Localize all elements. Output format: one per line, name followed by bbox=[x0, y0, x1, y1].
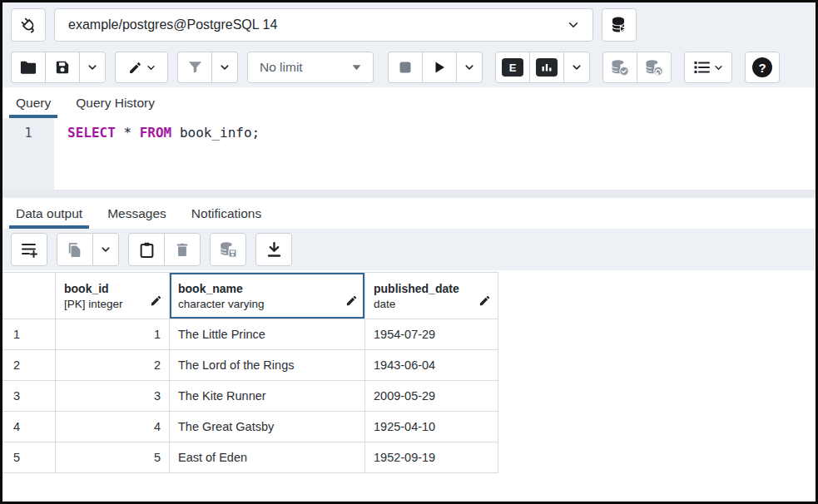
play-icon bbox=[433, 61, 446, 74]
cell-book_name[interactable]: East of Eden bbox=[170, 442, 365, 473]
sql-token: SELECT bbox=[67, 125, 116, 141]
database-connect-icon bbox=[610, 16, 628, 34]
cell-book_id[interactable]: 5 bbox=[56, 442, 170, 473]
chevron-down-icon bbox=[572, 62, 582, 72]
macros-button[interactable] bbox=[684, 52, 732, 83]
output-tabs: Data output Messages Notifications bbox=[2, 198, 816, 229]
help-button[interactable]: ? bbox=[745, 52, 780, 83]
cell-book_id[interactable]: 2 bbox=[56, 350, 170, 381]
row-number[interactable]: 3 bbox=[2, 381, 56, 412]
table-row: 55East of Eden1952-09-19 bbox=[2, 442, 498, 473]
cell-published_date[interactable]: 2009-05-29 bbox=[365, 381, 498, 412]
row-limit-selector[interactable]: No limit bbox=[247, 52, 374, 83]
row-number[interactable]: 1 bbox=[2, 319, 56, 350]
column-type: [PK] integer bbox=[64, 297, 123, 312]
paste-icon bbox=[140, 242, 154, 258]
cell-book_name[interactable]: The Kite Runner bbox=[170, 381, 365, 412]
chevron-down-icon bbox=[714, 63, 723, 72]
table-row: 11The Little Prince1954-07-29 bbox=[2, 319, 498, 350]
save-file-button[interactable] bbox=[45, 52, 80, 83]
line-number: 1 bbox=[24, 126, 32, 141]
row-number[interactable]: 4 bbox=[2, 412, 56, 442]
cell-published_date[interactable]: 1952-09-19 bbox=[365, 442, 498, 473]
column-header-book_name[interactable]: book_namecharacter varying bbox=[170, 273, 365, 319]
connection-label: example/postgres@PostgreSQL 14 bbox=[68, 17, 277, 32]
copy-options-button[interactable] bbox=[92, 233, 119, 266]
row-number[interactable]: 2 bbox=[2, 350, 56, 381]
sql-token bbox=[116, 125, 124, 141]
connection-status-button[interactable] bbox=[11, 8, 46, 42]
new-connection-button[interactable] bbox=[602, 8, 637, 42]
save-options-button[interactable] bbox=[79, 52, 106, 83]
copy-button[interactable] bbox=[57, 233, 93, 266]
column-name: published_date bbox=[374, 281, 459, 297]
cell-book_name[interactable]: The Great Gatsby bbox=[170, 412, 365, 442]
commit-button[interactable] bbox=[602, 52, 637, 83]
line-number-gutter: 1 bbox=[2, 118, 54, 190]
cell-published_date[interactable]: 1943-06-04 bbox=[365, 350, 498, 381]
explain-icon: E bbox=[502, 58, 523, 77]
editor-tabs: Query Query History bbox=[2, 87, 816, 118]
add-row-icon bbox=[21, 242, 38, 258]
filter-button[interactable] bbox=[177, 52, 212, 83]
query-toolbar: No limit E bbox=[2, 47, 816, 87]
connection-bar: example/postgres@PostgreSQL 14 bbox=[2, 2, 816, 47]
select-all-header[interactable] bbox=[2, 273, 56, 319]
tab-data-output[interactable]: Data output bbox=[9, 198, 89, 229]
copy-icon bbox=[67, 242, 82, 258]
table-row: 22The Lord of the Rings1943-06-04 bbox=[2, 350, 498, 381]
explain-analyze-button[interactable] bbox=[529, 52, 564, 83]
chevron-down-icon bbox=[464, 62, 474, 72]
rollback-button[interactable] bbox=[637, 52, 672, 83]
tab-notifications[interactable]: Notifications bbox=[185, 198, 268, 229]
tab-query-history[interactable]: Query History bbox=[69, 87, 161, 118]
sql-editor[interactable]: 1 SELECT * FROM book_info; bbox=[2, 118, 816, 190]
execute-options-button[interactable] bbox=[456, 52, 483, 83]
cell-published_date[interactable]: 1925-04-10 bbox=[365, 412, 498, 442]
column-header-published_date[interactable]: published_datedate bbox=[365, 273, 498, 319]
cell-book_id[interactable]: 1 bbox=[56, 319, 170, 350]
add-row-button[interactable] bbox=[11, 233, 47, 266]
plug-icon bbox=[18, 15, 38, 35]
cell-book_id[interactable]: 4 bbox=[56, 412, 170, 442]
explain-button[interactable]: E bbox=[495, 52, 530, 83]
column-header-book_id[interactable]: book_id[PK] integer bbox=[56, 273, 170, 319]
folder-icon bbox=[20, 60, 37, 75]
panel-splitter[interactable] bbox=[2, 190, 816, 198]
connection-selector[interactable]: example/postgres@PostgreSQL 14 bbox=[54, 8, 593, 42]
sql-line[interactable]: SELECT * FROM book_info; bbox=[54, 118, 260, 190]
explain-options-button[interactable] bbox=[563, 52, 590, 83]
row-number[interactable]: 5 bbox=[2, 442, 56, 473]
explain-analyze-icon bbox=[536, 58, 558, 77]
cell-book_name[interactable]: The Little Prince bbox=[170, 319, 365, 350]
pencil-icon bbox=[128, 61, 142, 75]
edit-column-icon[interactable] bbox=[345, 294, 358, 307]
cell-book_id[interactable]: 3 bbox=[56, 381, 170, 412]
download-results-button[interactable] bbox=[255, 233, 292, 266]
cancel-query-button[interactable] bbox=[388, 52, 423, 83]
chevron-down-icon bbox=[220, 62, 230, 72]
row-limit-value: No limit bbox=[260, 60, 303, 75]
delete-row-button[interactable] bbox=[164, 233, 201, 266]
table-row: 33The Kite Runner2009-05-29 bbox=[2, 381, 498, 412]
open-file-button[interactable] bbox=[11, 52, 46, 83]
execute-query-button[interactable] bbox=[422, 52, 457, 83]
edit-menu-button[interactable] bbox=[115, 52, 168, 83]
edit-column-icon[interactable] bbox=[150, 294, 162, 307]
data-output-grid: book_id[PK] integerbook_namecharacter va… bbox=[2, 270, 816, 502]
tab-query[interactable]: Query bbox=[9, 87, 57, 118]
rollback-icon bbox=[644, 59, 664, 77]
table-row: 44The Great Gatsby1925-04-10 bbox=[2, 412, 498, 442]
tab-messages[interactable]: Messages bbox=[101, 198, 173, 229]
save-data-changes-button[interactable] bbox=[210, 233, 246, 266]
cell-book_name[interactable]: The Lord of the Rings bbox=[170, 350, 365, 381]
paste-button[interactable] bbox=[128, 233, 165, 266]
database-save-icon bbox=[219, 241, 238, 258]
filter-options-button[interactable] bbox=[211, 52, 238, 83]
results-toolbar bbox=[2, 229, 816, 270]
chevron-down-icon bbox=[568, 19, 579, 31]
cell-published_date[interactable]: 1954-07-29 bbox=[365, 319, 498, 350]
column-type: date bbox=[374, 297, 459, 312]
numbered-list-icon bbox=[694, 61, 710, 74]
edit-column-icon[interactable] bbox=[478, 294, 491, 307]
